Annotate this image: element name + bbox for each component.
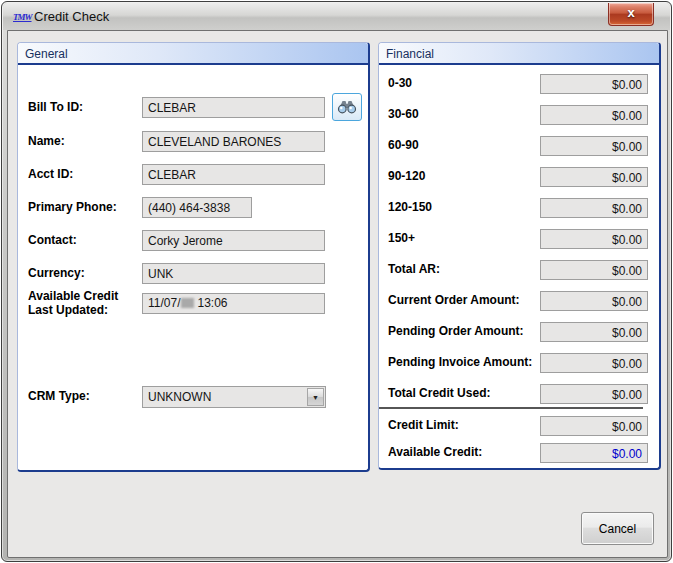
financial-body: 0-30 $0.00 30-60 $0.00 60-90 $0.00 90-12… (379, 67, 659, 468)
close-button[interactable]: x (608, 3, 654, 26)
acct-id-field[interactable] (142, 164, 325, 185)
pending-order-amount-value: $0.00 (540, 322, 648, 342)
bill-to-id-label: Bill To ID: (28, 100, 83, 114)
total-credit-used-label: Total Credit Used: (388, 386, 490, 400)
contact-field[interactable] (142, 230, 325, 251)
credit-updated-label: Available Credit Last Updated: (28, 289, 118, 317)
aging-150-plus-label: 150+ (388, 231, 415, 245)
aging-60-90-label: 60-90 (388, 138, 419, 152)
time-value: 13:06 (197, 296, 227, 310)
aging-90-120-value: $0.00 (540, 167, 648, 187)
bill-to-id-field[interactable] (142, 97, 325, 118)
redacted-text (181, 298, 194, 308)
aging-60-90-value: $0.00 (540, 136, 648, 156)
currency-label: Currency: (28, 266, 85, 280)
total-ar-label: Total AR: (388, 262, 440, 276)
date-prefix: 11/07/ (148, 296, 180, 310)
credit-limit-value: $0.00 (540, 416, 648, 436)
aging-0-30-label: 0-30 (388, 76, 412, 90)
pending-order-amount-label: Pending Order Amount: (388, 324, 524, 338)
aging-30-60-value: $0.00 (540, 105, 648, 125)
credit-limit-label: Credit Limit: (388, 418, 459, 432)
credit-updated-field[interactable]: 11/07/13:06 (142, 293, 325, 314)
primary-phone-label: Primary Phone: (28, 200, 117, 214)
aging-120-150-value: $0.00 (540, 198, 648, 218)
lookup-button[interactable] (332, 93, 362, 121)
contact-label: Contact: (28, 233, 77, 247)
binoculars-icon (337, 99, 357, 114)
window-title: Credit Check (34, 9, 109, 24)
current-order-amount-label: Current Order Amount: (388, 293, 520, 307)
financial-header: Financial (379, 43, 659, 65)
title-bar[interactable]: TMW Credit Check x (3, 3, 670, 30)
tmw-logo-icon: TMW (13, 12, 32, 22)
primary-phone-field[interactable] (142, 197, 252, 218)
aging-30-60-label: 30-60 (388, 107, 419, 121)
close-icon: x (627, 5, 634, 20)
pending-invoice-amount-label: Pending Invoice Amount: (388, 355, 532, 369)
chevron-down-icon[interactable]: ▼ (307, 388, 324, 406)
crm-type-value: UNKNOWN (143, 387, 325, 404)
aging-150-plus-value: $0.00 (540, 229, 648, 249)
total-ar-value: $0.00 (540, 260, 648, 280)
name-label: Name: (28, 134, 65, 148)
aging-90-120-label: 90-120 (388, 169, 425, 183)
financial-groupbox: Financial 0-30 $0.00 30-60 $0.00 60-90 $… (378, 42, 661, 470)
currency-field[interactable] (142, 263, 325, 284)
total-credit-used-value: $0.00 (540, 384, 648, 404)
acct-id-label: Acct ID: (28, 167, 73, 181)
current-order-amount-value: $0.00 (540, 291, 648, 311)
cancel-button[interactable]: Cancel (581, 512, 654, 545)
crm-type-label: CRM Type: (28, 389, 90, 403)
general-groupbox: General Bill To ID: Name: Acct ID: (17, 42, 370, 472)
available-credit-label: Available Credit: (388, 445, 482, 459)
general-header: General (18, 43, 368, 65)
summary-separator (379, 407, 643, 409)
available-credit-value: $0.00 (540, 443, 648, 463)
general-body: Bill To ID: Name: Acct ID: Primary Phone… (18, 67, 368, 470)
aging-120-150-label: 120-150 (388, 200, 432, 214)
credit-check-dialog: TMW Credit Check x General Bill To ID: (1, 1, 672, 562)
aging-0-30-value: $0.00 (540, 74, 648, 94)
crm-type-dropdown[interactable]: UNKNOWN ▼ (142, 386, 326, 408)
dialog-body: General Bill To ID: Name: Acct ID: (7, 30, 668, 558)
pending-invoice-amount-value: $0.00 (540, 353, 648, 373)
name-field[interactable] (142, 131, 325, 152)
